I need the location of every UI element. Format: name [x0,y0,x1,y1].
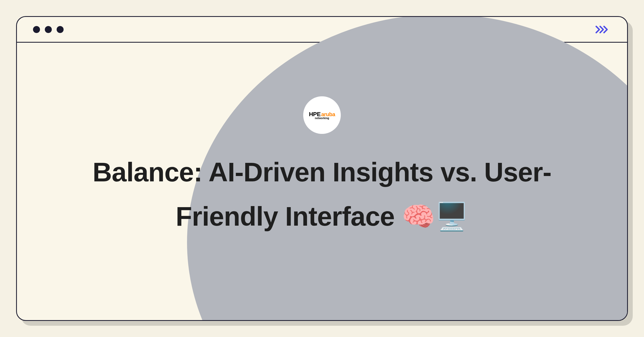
slide-title: Balance: AI-Driven Insights vs. User-Fri… [54,150,590,239]
slide-card: HPEaruba networking Balance: AI-Driven I… [16,16,628,321]
brand-logo: HPEaruba networking [303,96,341,134]
logo-subtitle: networking [315,117,329,120]
window-dots [33,26,64,33]
card-body: HPEaruba networking Balance: AI-Driven I… [16,16,628,321]
window-dot [45,26,52,33]
window-dot [57,26,64,33]
forward-chevrons-icon [595,24,611,35]
window-dot [33,26,40,33]
main-content: HPEaruba networking Balance: AI-Driven I… [17,43,627,239]
